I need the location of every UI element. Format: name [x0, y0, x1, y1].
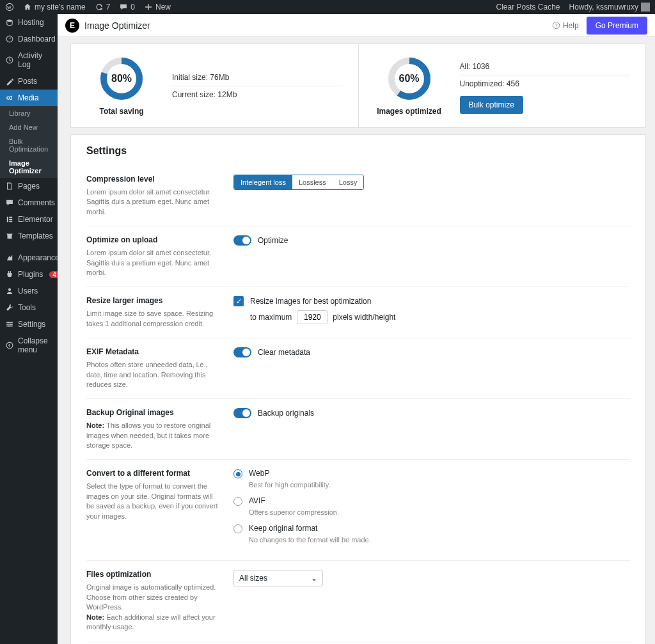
max-width-input[interactable] — [297, 310, 328, 324]
admin-bar: my site's name 7 0 New Clear Posts Cache… — [0, 0, 655, 14]
resize-checkbox[interactable]: ✓ — [233, 296, 244, 306]
howdy-link[interactable]: Howdy, kssmuwruxy — [569, 3, 650, 12]
resize-check-label: Resize images for best optimization — [250, 297, 371, 306]
stat-all: All: 1036 — [460, 58, 631, 75]
svg-rect-6 — [9, 217, 12, 218]
initial-size: Initial size: 76Mb — [172, 69, 343, 86]
svg-point-16 — [6, 342, 13, 349]
elementor-logo-icon: E — [65, 19, 79, 33]
radio-webp[interactable] — [233, 469, 242, 478]
go-premium-button[interactable]: Go Premium — [587, 17, 647, 35]
seg-lossless[interactable]: Lossless — [292, 175, 333, 189]
sidebar-item-plugins[interactable]: Plugins4 — [0, 266, 58, 283]
sidebar-item-hosting[interactable]: Hosting — [0, 14, 58, 31]
svg-point-15 — [8, 326, 10, 327]
sidebar-item-dashboard[interactable]: Dashboard — [0, 31, 58, 47]
sidebar-item-templates[interactable]: Templates — [0, 228, 58, 244]
updates-link[interactable]: 7 — [95, 3, 111, 12]
exif-desc: Photos often store unneeded data, i.e., … — [86, 360, 221, 389]
page-title: Image Optimizer — [84, 20, 150, 31]
sidebar-item-media[interactable]: Media — [0, 90, 58, 106]
svg-text:?: ? — [555, 23, 557, 28]
radio-keep-sub: No changes to the format will be made. — [249, 536, 630, 544]
backup-toggle[interactable] — [233, 408, 251, 418]
svg-rect-5 — [7, 217, 8, 222]
settings-card: Settings Compression level Lorem ipsum d… — [70, 134, 646, 644]
svg-point-9 — [8, 288, 11, 291]
submenu-add-new[interactable]: Add New — [0, 120, 58, 134]
format-desc: Select the type of format to convert the… — [86, 482, 221, 521]
resize-desc: Limit image size to save space. Resizing… — [86, 309, 221, 329]
optimize-toggle-label: Optimize — [258, 236, 288, 245]
compression-desc: Lorem ipsum dolor sit amet consectetur. … — [86, 187, 221, 217]
sidebar-item-pages[interactable]: Pages — [0, 178, 58, 194]
radio-avif-label: AVIF — [249, 496, 265, 505]
max-prefix: to maximum — [250, 313, 292, 322]
seg-lossy[interactable]: Lossy — [333, 175, 364, 189]
optimize-toggle[interactable] — [233, 235, 251, 246]
admin-sidebar: Hosting Dashboard Activity Log Posts Med… — [0, 14, 58, 644]
svg-point-13 — [8, 322, 9, 323]
sidebar-item-elementor[interactable]: Elementor — [0, 211, 58, 228]
main: E Image Optimizer ?Help Go Premium 80% T… — [58, 14, 655, 644]
format-label: Convert to a different format — [86, 469, 221, 478]
svg-point-14 — [10, 324, 12, 325]
stats-card: 80% Total saving Initial size: 76Mb Curr… — [70, 43, 646, 128]
avatar — [641, 3, 650, 12]
sizes-select[interactable]: All sizes⌄ — [233, 570, 323, 586]
svg-point-1 — [7, 19, 12, 22]
seg-intelligent[interactable]: Intelegent loss — [234, 175, 292, 189]
svg-rect-8 — [9, 221, 12, 222]
new-link[interactable]: New — [144, 3, 171, 12]
submenu-bulk-opt[interactable]: Bulk Optimization — [0, 134, 58, 156]
current-size: Current size: 12Mb — [172, 86, 343, 103]
media-submenu: Library Add New Bulk Optimization Image … — [0, 106, 58, 178]
svg-rect-7 — [9, 219, 12, 220]
radio-keep-label: Keep original format — [249, 524, 317, 533]
backup-label: Backup Original images — [86, 408, 221, 417]
radio-avif-sub: Offers superior compression. — [249, 508, 630, 516]
settings-title: Settings — [86, 145, 630, 157]
sidebar-item-users[interactable]: Users — [0, 283, 58, 299]
max-suffix: pixels width/height — [333, 313, 395, 322]
radio-webp-label: WebP — [249, 469, 269, 478]
files-label: Files optimization — [86, 570, 221, 579]
saving-donut: 80% — [99, 56, 145, 102]
sidebar-item-collapse[interactable]: Collapse menu — [0, 333, 58, 358]
stat-unoptimized: Unoptimized: 456 — [460, 75, 631, 92]
site-link[interactable]: my site's name — [23, 3, 86, 12]
chevron-down-icon: ⌄ — [311, 574, 317, 583]
optimized-donut: 60% — [386, 56, 432, 102]
resize-label: Resize larger images — [86, 296, 221, 305]
radio-webp-sub: Best for high compatibility. — [249, 481, 630, 489]
submenu-library[interactable]: Library — [0, 106, 58, 120]
clear-cache-link[interactable]: Clear Posts Cache — [496, 3, 560, 12]
svg-rect-11 — [6, 324, 13, 324]
compression-segmented: Intelegent loss Lossless Lossy — [233, 175, 364, 190]
saving-label: Total saving — [86, 107, 157, 116]
exif-toggle-label: Clear metadata — [258, 348, 310, 357]
exif-toggle[interactable] — [233, 347, 251, 357]
sidebar-item-settings[interactable]: Settings — [0, 316, 58, 333]
radio-keep[interactable] — [233, 524, 242, 533]
radio-avif[interactable] — [233, 497, 242, 506]
help-link[interactable]: ?Help — [552, 21, 579, 30]
svg-point-4 — [7, 97, 10, 99]
sidebar-item-posts[interactable]: Posts — [0, 73, 58, 90]
submenu-image-optimizer[interactable]: Image Optimizer — [0, 156, 58, 178]
upload-desc: Lorem ipsum dolor sit amet consectetur. … — [86, 248, 221, 278]
backup-desc: Note: This allows you to restore origina… — [86, 421, 221, 450]
exif-label: EXIF Metadata — [86, 347, 221, 356]
sidebar-item-activity[interactable]: Activity Log — [0, 47, 58, 73]
bulk-optimize-button[interactable]: Bulk optimize — [460, 96, 523, 114]
wp-logo[interactable] — [5, 3, 14, 12]
sidebar-item-appearance[interactable]: Appearance — [0, 249, 58, 266]
backup-toggle-label: Backup originals — [258, 409, 314, 418]
sidebar-item-tools[interactable]: Tools — [0, 299, 58, 316]
comments-link[interactable]: 0 — [119, 3, 135, 12]
sidebar-item-comments[interactable]: Comments — [0, 194, 58, 211]
page-header: E Image Optimizer ?Help Go Premium — [58, 14, 655, 37]
compression-label: Compression level — [86, 175, 221, 184]
files-desc: Original image is automatically optimize… — [86, 583, 221, 632]
optimized-label: Images optimized — [374, 107, 445, 116]
